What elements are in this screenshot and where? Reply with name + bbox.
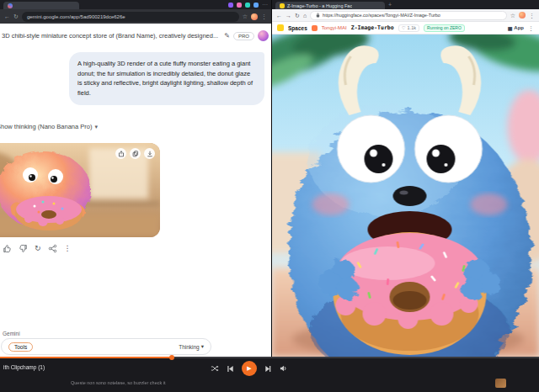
next-button[interactable] bbox=[264, 361, 272, 376]
star-icon[interactable]: ☆ bbox=[243, 13, 248, 19]
right-browser-toolbar: ← → ↻ ⌂ https://huggingface.co/spaces/To… bbox=[272, 9, 539, 22]
edit-title-icon[interactable]: ✎ bbox=[224, 33, 230, 40]
heart-icon: ♡ bbox=[402, 25, 406, 30]
thumbs-up-button[interactable] bbox=[3, 244, 12, 253]
thumbs-down-icon bbox=[19, 244, 28, 253]
app-grid-icon: ▦ bbox=[508, 25, 513, 31]
generated-image-card[interactable] bbox=[0, 143, 160, 237]
url-bar[interactable]: https://huggingface.co/spaces/Tongyi-MAI… bbox=[310, 11, 507, 20]
shield-extension-icon[interactable] bbox=[228, 3, 233, 8]
org-avatar[interactable] bbox=[312, 25, 318, 31]
like-count: 1.1k bbox=[408, 25, 416, 30]
downloads-icon[interactable] bbox=[253, 3, 259, 8]
conversation-header: 3D chibi-style miniature concept store o… bbox=[2, 30, 269, 41]
seek-progress bbox=[0, 357, 173, 358]
hf-monster-illustration bbox=[272, 34, 539, 357]
thumbs-down-button[interactable] bbox=[19, 244, 28, 253]
space-menu-icon[interactable]: ⋮ bbox=[528, 25, 534, 31]
tab-title: Z-Image-Turbo - a Hugging Fac bbox=[287, 3, 352, 8]
browser-menu-icon[interactable]: ⋮ bbox=[261, 13, 267, 19]
gemini-tab[interactable] bbox=[3, 2, 79, 9]
next-icon bbox=[264, 365, 272, 373]
gemini-browser-window: ⋯ ← ↻ gemini.google.com/app/5ad900219dce… bbox=[0, 0, 271, 357]
reload-icon[interactable]: ↻ bbox=[295, 13, 300, 19]
star-icon[interactable]: ☆ bbox=[510, 13, 515, 19]
play-button[interactable]: ▶ bbox=[242, 361, 257, 376]
prompt-input[interactable]: Tools Thinking ▾ bbox=[1, 338, 211, 355]
share-image-button[interactable] bbox=[115, 148, 126, 159]
clipchamp-player-bar: ith Clipchamp (1) ▶ Queste non sono note… bbox=[0, 357, 539, 392]
copy-image-button[interactable] bbox=[130, 148, 141, 159]
home-icon[interactable]: ⌂ bbox=[303, 13, 307, 19]
extension-icon[interactable] bbox=[237, 3, 242, 8]
user-prompt-bubble: A high-quality 3D render of a cute fluff… bbox=[69, 52, 264, 105]
conversation-title: 3D chibi-style miniature concept store o… bbox=[2, 32, 221, 40]
share-nodes-icon bbox=[48, 244, 57, 253]
copy-icon bbox=[132, 151, 139, 157]
url-text: https://huggingface.co/spaces/Tongyi-MAI… bbox=[323, 13, 440, 18]
huggingface-tab[interactable]: Z-Image-Turbo - a Hugging Fac bbox=[275, 2, 385, 9]
previous-icon bbox=[227, 365, 234, 373]
model-selector[interactable]: Thinking ▾ bbox=[179, 343, 204, 350]
shuffle-button[interactable] bbox=[211, 361, 219, 376]
right-tabstrip: Z-Image-Turbo - a Hugging Fac + bbox=[272, 0, 539, 9]
browser-profile-avatar[interactable] bbox=[251, 13, 258, 20]
share-icon bbox=[118, 151, 125, 157]
new-tab-button[interactable]: + bbox=[388, 2, 392, 9]
tools-button[interactable]: Tools bbox=[8, 342, 33, 352]
tabstrip-menu-icon[interactable]: ⋯ bbox=[262, 2, 268, 8]
url-bar[interactable]: gemini.google.com/app/5ad900219dce626e bbox=[22, 12, 239, 22]
thumbs-up-icon bbox=[3, 244, 12, 253]
image-hover-actions bbox=[115, 148, 155, 159]
huggingface-logo-icon[interactable] bbox=[277, 24, 284, 31]
regenerate-button[interactable]: ↻ bbox=[35, 245, 41, 252]
url-text: gemini.google.com/app/5ad900219dce626e bbox=[27, 14, 125, 19]
playback-controls: ▶ bbox=[211, 361, 288, 376]
shuffle-icon bbox=[211, 364, 219, 373]
extension-toolbar: ⋯ bbox=[228, 2, 268, 9]
left-browser-toolbar: ← ↻ gemini.google.com/app/5ad900219dce62… bbox=[0, 9, 271, 24]
spaces-link[interactable]: Spaces bbox=[288, 25, 307, 31]
space-header: Spaces Tongyi-MAI Z-Image-Turbo ♡ 1.1k R… bbox=[272, 22, 539, 34]
huggingface-browser-window: Z-Image-Turbo - a Hugging Fac + ← → ↻ ⌂ … bbox=[271, 0, 539, 357]
gemini-brand-label: Gemini bbox=[3, 331, 20, 336]
pro-badge: PRO bbox=[233, 32, 254, 40]
back-icon[interactable]: ← bbox=[276, 13, 282, 19]
gemini-page: 3D chibi-style miniature concept store o… bbox=[0, 24, 271, 357]
browser-profile-avatar[interactable] bbox=[519, 12, 526, 19]
app-tab-label: App bbox=[514, 25, 524, 30]
download-icon bbox=[147, 151, 153, 157]
running-status-badge: Running on ZERO bbox=[424, 24, 465, 32]
show-thinking-toggle[interactable]: Show thinking (Nano Banana Pro) ▾ bbox=[0, 123, 98, 130]
huggingface-favicon bbox=[280, 3, 285, 8]
org-link[interactable]: Tongyi-MAI bbox=[322, 25, 347, 30]
seek-handle[interactable] bbox=[169, 355, 174, 360]
model-label: Thinking bbox=[179, 344, 200, 350]
like-button[interactable]: ♡ 1.1k bbox=[398, 24, 419, 32]
back-icon[interactable]: ← bbox=[4, 13, 10, 19]
clipchamp-window-title: ith Clipchamp (1) bbox=[3, 364, 45, 370]
space-output-image bbox=[272, 34, 539, 357]
forward-icon[interactable]: → bbox=[286, 13, 291, 19]
chevron-down-icon: ▾ bbox=[201, 343, 204, 350]
user-avatar[interactable] bbox=[258, 30, 269, 41]
show-thinking-label: Show thinking (Nano Banana Pro) bbox=[0, 123, 92, 130]
volume-icon bbox=[280, 364, 288, 373]
share-response-button[interactable] bbox=[48, 244, 57, 253]
app-tab[interactable]: ▦ App bbox=[508, 25, 524, 31]
timeline-thumbnail[interactable] bbox=[495, 379, 506, 388]
space-name[interactable]: Z-Image-Turbo bbox=[351, 24, 394, 31]
download-image-button[interactable] bbox=[144, 148, 155, 159]
reload-icon[interactable]: ↻ bbox=[13, 13, 19, 19]
user-prompt-text: A high-quality 3D render of a cute fluff… bbox=[77, 60, 253, 97]
left-tabstrip: ⋯ bbox=[0, 0, 271, 9]
previous-button[interactable] bbox=[227, 361, 234, 376]
more-options-button[interactable]: ⋮ bbox=[64, 245, 72, 252]
response-actions: ↻ ⋮ bbox=[3, 244, 72, 253]
chevron-down-icon: ▾ bbox=[94, 124, 98, 130]
extension-icon[interactable] bbox=[245, 3, 250, 8]
gemini-favicon bbox=[8, 3, 13, 8]
browser-menu-icon[interactable]: ⋮ bbox=[529, 13, 535, 19]
video-caption-text: Queste non sono notelase, so buzzler che… bbox=[71, 380, 166, 385]
volume-button[interactable] bbox=[280, 361, 288, 376]
